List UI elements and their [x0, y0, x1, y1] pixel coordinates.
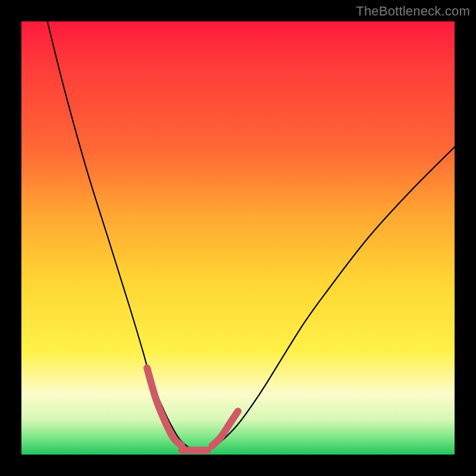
plot-area [21, 21, 455, 455]
curve-svg [21, 21, 455, 455]
bottleneck-curve [48, 21, 455, 452]
chart-frame: TheBottleneck.com [0, 0, 476, 476]
watermark-text: TheBottleneck.com [356, 4, 470, 19]
